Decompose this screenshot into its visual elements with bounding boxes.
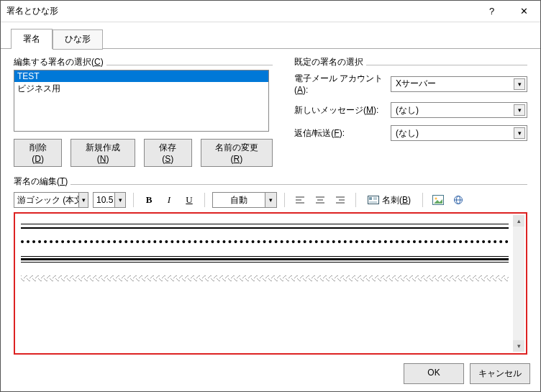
align-left-button[interactable] — [292, 192, 308, 208]
default-signature-group: 既定の署名の選択 電子メール アカウント(A): Xサーバー ▾ 新しいメッセー… — [294, 56, 527, 167]
fontsize-combo[interactable]: 10.5 ▾ — [93, 192, 126, 208]
scroll-down-icon[interactable]: ▾ — [513, 340, 524, 352]
list-item[interactable]: ビジネス用 — [14, 82, 268, 96]
new-button[interactable]: 新規作成(N) — [71, 139, 135, 167]
rename-button[interactable]: 名前の変更(R) — [201, 139, 273, 167]
svg-point-15 — [435, 198, 437, 200]
fontcolor-combo[interactable]: 自動 ▾ — [212, 192, 277, 208]
chevron-down-icon: ▾ — [265, 193, 276, 207]
tab-strip: 署名 ひな形 — [1, 22, 540, 49]
edit-signature-group: 署名の編集(T) 游ゴシック (本文の ▾ 10.5 ▾ B I U — [14, 176, 527, 355]
hr-thick — [21, 227, 509, 229]
window-title: 署名とひな形 — [6, 5, 476, 17]
font-combo[interactable]: 游ゴシック (本文の ▾ — [14, 192, 88, 208]
chevron-down-icon: ▾ — [514, 104, 525, 116]
account-label: 電子メール アカウント(A): — [294, 73, 386, 95]
chevron-down-icon: ▾ — [514, 127, 525, 139]
dialog-footer: OK キャンセル — [1, 356, 540, 391]
underline-button[interactable]: U — [181, 192, 197, 208]
hr-wavy — [21, 275, 509, 281]
insert-picture-button[interactable] — [430, 192, 446, 208]
bold-button[interactable]: B — [141, 192, 157, 208]
card-icon — [368, 196, 379, 204]
close-button[interactable]: ✕ — [508, 1, 540, 22]
chevron-down-icon: ▾ — [78, 193, 88, 207]
italic-button[interactable]: I — [161, 192, 177, 208]
default-signature-legend: 既定の署名の選択 — [294, 56, 363, 68]
account-select[interactable]: Xサーバー ▾ — [391, 76, 527, 92]
edit-signature-legend: 署名の編集(T) — [14, 176, 68, 188]
format-toolbar: 游ゴシック (本文の ▾ 10.5 ▾ B I U 自動 ▾ — [14, 191, 527, 209]
signature-listbox[interactable]: TEST ビジネス用 — [14, 70, 269, 132]
hr-triple — [21, 256, 509, 263]
signature-button-row: 削除(D) 新規作成(N) 保存(S) 名前の変更(R) — [14, 139, 273, 167]
signature-editor[interactable]: ▴ ▾ — [14, 212, 527, 355]
reply-label: 返信/転送(F): — [294, 127, 386, 140]
reply-select[interactable]: (なし) ▾ — [391, 125, 527, 141]
chevron-down-icon: ▾ — [114, 193, 125, 207]
align-center-button[interactable] — [312, 192, 328, 208]
hr-dotted — [21, 240, 509, 243]
default-signature-form: 電子メール アカウント(A): Xサーバー ▾ 新しいメッセージ(M): (なし… — [294, 73, 527, 141]
delete-button[interactable]: 削除(D) — [14, 139, 62, 167]
tab-stationery[interactable]: ひな形 — [53, 29, 103, 50]
list-item[interactable]: TEST — [14, 70, 268, 82]
editor-content[interactable] — [18, 216, 512, 281]
help-button[interactable]: ? — [476, 1, 508, 22]
ok-button[interactable]: OK — [404, 363, 464, 384]
signature-select-group: 編集する署名の選択(C) TEST ビジネス用 削除(D) 新規作成(N) — [14, 56, 273, 167]
save-button[interactable]: 保存(S) — [144, 139, 192, 167]
svg-rect-10 — [369, 197, 372, 200]
titlebar: 署名とひな形 ? ✕ — [1, 1, 540, 22]
align-right-button[interactable] — [332, 192, 348, 208]
tab-content: 編集する署名の選択(C) TEST ビジネス用 削除(D) 新規作成(N) — [1, 49, 540, 356]
top-row: 編集する署名の選択(C) TEST ビジネス用 削除(D) 新規作成(N) — [14, 56, 527, 167]
scroll-up-icon[interactable]: ▴ — [513, 215, 524, 227]
newmsg-label: 新しいメッセージ(M): — [294, 104, 386, 117]
insert-hyperlink-button[interactable] — [450, 192, 466, 208]
scrollbar[interactable]: ▴ ▾ — [513, 215, 524, 352]
cancel-button[interactable]: キャンセル — [470, 363, 530, 384]
newmsg-select[interactable]: (なし) ▾ — [391, 102, 527, 118]
businesscard-button[interactable]: 名刺(B) — [363, 192, 415, 208]
dialog-window: 署名とひな形 ? ✕ 署名 ひな形 編集する署名の選択(C) TEST ビジネス… — [0, 0, 541, 392]
signature-select-legend: 編集する署名の選択(C) — [14, 56, 104, 68]
chevron-down-icon: ▾ — [514, 78, 525, 90]
hr-thin — [21, 224, 509, 224]
tab-signature[interactable]: 署名 — [11, 29, 53, 49]
